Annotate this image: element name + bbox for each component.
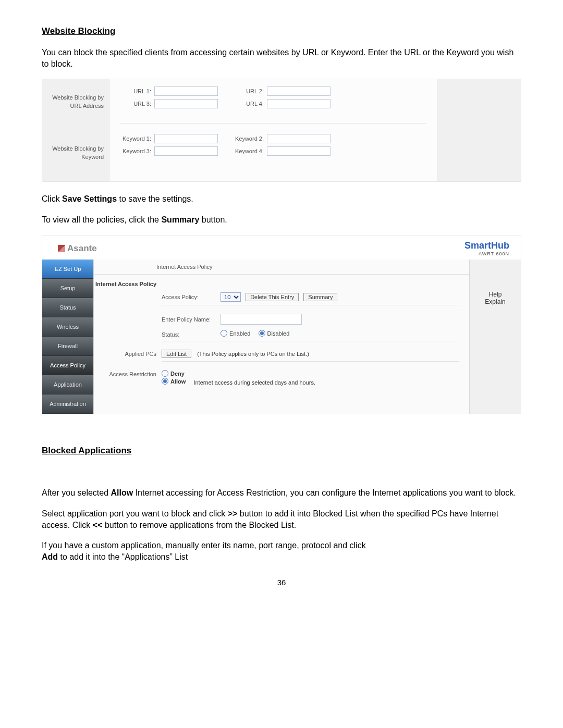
label-access-restriction: Access Restriction xyxy=(94,368,162,377)
brand-asante: Asante xyxy=(58,243,97,254)
input-url4[interactable] xyxy=(267,99,331,108)
nav-administration[interactable]: Administration xyxy=(42,394,93,414)
screenshot-website-blocking: Website Blocking by URL Address Website … xyxy=(42,79,521,182)
label-url4: URL 4: xyxy=(227,101,267,107)
note-applied-pcs: (This Policy applies only to PCs on the … xyxy=(197,351,309,357)
label-kw4: Keyword 4: xyxy=(227,148,267,154)
help-line1[interactable]: Help xyxy=(474,291,517,298)
input-kw4[interactable] xyxy=(267,146,331,156)
label-status: Status: xyxy=(162,331,219,338)
blocked-apps-p2: Select application port you want to bloc… xyxy=(42,508,521,530)
nav-setup[interactable]: Setup xyxy=(42,279,93,298)
label-block-by-keyword: Website Blocking by Keyword xyxy=(42,130,109,181)
button-summary[interactable]: Summary xyxy=(303,293,337,301)
save-settings-paragraph: Click Save Settings to save the settings… xyxy=(42,193,521,205)
radio-allow[interactable]: Allow xyxy=(162,378,186,385)
heading-website-blocking: Website Blocking xyxy=(42,26,115,36)
nav-wireless[interactable]: Wireless xyxy=(42,317,93,337)
text-allow-suffix: Internet access during selected days and… xyxy=(193,379,315,386)
input-url1[interactable] xyxy=(154,87,218,96)
button-delete-entry[interactable]: Delete This Entry xyxy=(246,293,299,301)
nav-access-policy[interactable]: Access Policy xyxy=(42,356,93,375)
heading-blocked-applications: Blocked Applications xyxy=(42,446,131,456)
nav-firewall[interactable]: Firewall xyxy=(42,337,93,356)
button-edit-list[interactable]: Edit List xyxy=(162,350,191,358)
input-kw1[interactable] xyxy=(154,134,218,143)
label-block-by-url: Website Blocking by URL Address xyxy=(42,79,109,130)
sidebar-nav: EZ Set Up Setup Status Wireless Firewall… xyxy=(42,260,93,414)
blocked-apps-p1: After you selected Allow Internet access… xyxy=(42,487,521,499)
label-kw2: Keyword 2: xyxy=(227,135,267,142)
screenshot-access-policy: Asante SmartHub AWRT-600N EZ Set Up Setu… xyxy=(42,236,521,414)
radio-deny[interactable]: Deny xyxy=(162,370,185,377)
tab-internet-access-policy: Internet Access Policy xyxy=(94,260,469,275)
radio-status-enabled[interactable]: Enabled xyxy=(221,330,250,337)
intro-paragraph: You can block the specified clients from… xyxy=(42,47,521,69)
input-url2[interactable] xyxy=(267,87,331,96)
help-panel: Help Explain xyxy=(470,260,521,414)
section-internet-access-policy: Internet Access Policy xyxy=(94,278,162,287)
label-url2: URL 2: xyxy=(227,88,267,94)
summary-paragraph: To view all the policies, click the Summ… xyxy=(42,214,521,226)
nav-status[interactable]: Status xyxy=(42,298,93,317)
label-url1: URL 1: xyxy=(115,88,154,94)
label-policy-name: Enter Policy Name: xyxy=(162,316,219,323)
label-applied-pcs: Applied PCs xyxy=(94,348,162,357)
select-access-policy[interactable]: 10 xyxy=(221,292,241,302)
label-access-policy: Access Policy: xyxy=(162,294,219,300)
page-number: 36 xyxy=(42,578,521,587)
nav-ez-setup[interactable]: EZ Set Up xyxy=(42,260,93,279)
label-url3: URL 3: xyxy=(115,101,154,107)
input-url3[interactable] xyxy=(154,99,218,108)
label-kw3: Keyword 3: xyxy=(115,148,154,154)
brand-smarthub: SmartHub AWRT-600N xyxy=(464,240,509,256)
help-line2[interactable]: Explain xyxy=(474,298,517,305)
radio-status-disabled[interactable]: Disabled xyxy=(259,330,290,337)
nav-application[interactable]: Application xyxy=(42,375,93,394)
blocked-apps-p3: If you have a custom application, manual… xyxy=(42,540,521,562)
asante-logo-icon xyxy=(58,245,65,252)
label-kw1: Keyword 1: xyxy=(115,135,154,142)
input-kw3[interactable] xyxy=(154,146,218,156)
input-policy-name[interactable] xyxy=(221,314,302,325)
input-kw2[interactable] xyxy=(267,134,331,143)
